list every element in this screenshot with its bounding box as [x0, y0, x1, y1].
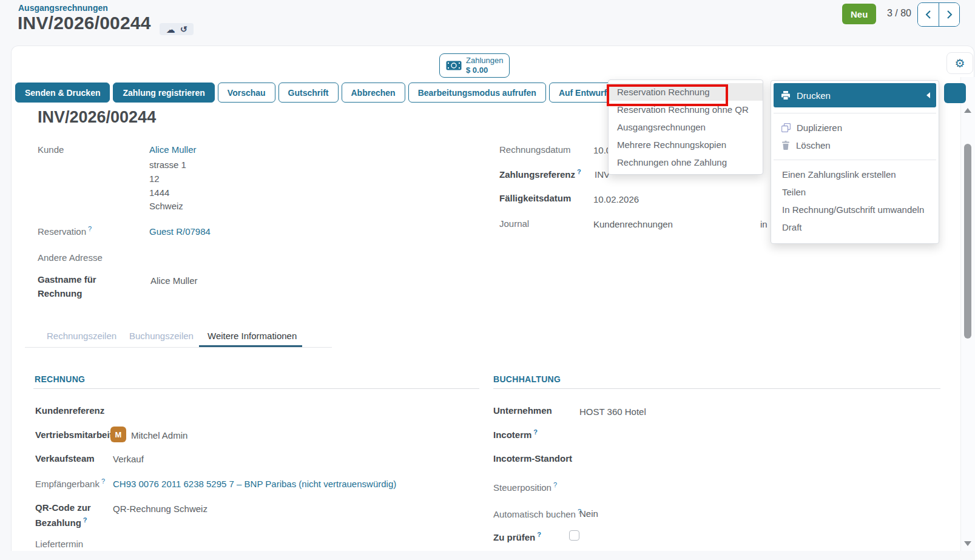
field-value-reservation-link[interactable]: Guest R/07984: [149, 226, 211, 237]
address-line: 12: [149, 174, 160, 184]
tab-rechnungszeilen[interactable]: Rechnungszeilen: [47, 331, 116, 341]
credit-note-button[interactable]: Gutschrift: [278, 83, 339, 103]
menu-item-rechnungen-ohne-zahlung[interactable]: Rechnungen ohne Zahlung: [609, 153, 763, 171]
settings-button[interactable]: ⚙: [946, 52, 973, 74]
field-label-kundenreferenz: Kundenreferenz: [35, 405, 104, 416]
field-value-verkaufsteam: Verkauf: [113, 454, 144, 464]
scrollbar-thumb[interactable]: [964, 144, 971, 339]
edit-mode-button[interactable]: Bearbeitungsmodus aufrufen: [408, 83, 546, 103]
menu-item-reservation-rechnung[interactable]: Reservation Rechnung: [609, 83, 763, 101]
printer-icon: [781, 91, 791, 100]
field-label-reservation: Reservation?: [38, 225, 92, 237]
help-icon[interactable]: ?: [537, 531, 541, 538]
next-record-button[interactable]: [939, 3, 959, 26]
record-pager: 3 / 80: [881, 8, 917, 19]
active-tab-underline: [199, 345, 302, 347]
preview-button[interactable]: Vorschau: [218, 83, 275, 103]
trash-icon: [781, 141, 790, 150]
field-value-faelligkeitsdatum: 10.02.2026: [593, 194, 639, 204]
register-payment-button[interactable]: Zahlung registrieren: [113, 83, 214, 103]
banknote-icon: [446, 61, 462, 70]
section-divider: [493, 388, 940, 389]
section-title-rechnung: RECHNUNG: [35, 374, 85, 384]
field-value-journal-suffix: in: [760, 219, 768, 229]
menu-item-umwandeln[interactable]: In Rechnung/Gutschrift umwandeln: [774, 201, 936, 218]
field-label-zahlungsreferenz: Zahlungsreferenz?: [499, 168, 581, 180]
chevron-right-icon: [946, 10, 953, 19]
menu-divider: [774, 113, 936, 113]
scroll-up-arrow[interactable]: [964, 108, 971, 113]
action-toolbar: Senden & Drucken Zahlung registrieren Vo…: [15, 83, 640, 103]
record-status-icons: ☁↑ ↺: [160, 23, 194, 35]
section-title-buchhaltung: BUCHHALTUNG: [493, 374, 561, 384]
field-value-unternehmen: HOST 360 Hotel: [579, 407, 646, 417]
help-icon[interactable]: ?: [533, 428, 538, 436]
gear-icon: ⚙: [954, 58, 965, 69]
undo-icon[interactable]: ↺: [180, 25, 187, 33]
tab-bar-border: [25, 347, 332, 348]
field-label-steuerposition: Steuerposition?: [493, 481, 557, 493]
field-label-rechnungsdatum: Rechnungsdatum: [499, 144, 571, 155]
menu-item-mehrere-rechnungskopien[interactable]: Mehrere Rechnungskopien: [609, 136, 763, 153]
field-label-gastname: Gastname für: [38, 274, 96, 285]
field-label-qr-code-line2: Bezahlung?: [35, 516, 87, 528]
help-icon[interactable]: ?: [88, 225, 92, 232]
help-icon[interactable]: ?: [553, 481, 557, 488]
cancel-button[interactable]: Abbrechen: [342, 83, 405, 103]
submenu-arrow-icon: [926, 92, 930, 98]
menu-item-drucken[interactable]: Drucken: [774, 83, 936, 107]
chevron-left-icon: [925, 10, 932, 19]
field-value-qr-code: QR-Rechnung Schweiz: [113, 504, 207, 514]
menu-item-loeschen[interactable]: Löschen: [774, 137, 936, 154]
cloud-save-icon[interactable]: ☁↑: [166, 25, 175, 34]
breadcrumb[interactable]: Ausgangsrechnungen: [18, 3, 108, 13]
menu-divider: [774, 160, 936, 160]
document-name: INV/2026/00244: [38, 108, 156, 127]
menu-item-duplizieren[interactable]: Duplizieren: [774, 119, 936, 137]
field-value-gastname: Alice Muller: [150, 275, 198, 286]
field-label-empfaengerbank: Empfängerbank?: [35, 477, 105, 489]
send-print-button[interactable]: Senden & Drucken: [15, 83, 110, 103]
payments-stat-button[interactable]: Zahlungen $ 0.00: [439, 53, 510, 78]
new-button[interactable]: Neu: [842, 4, 876, 24]
invoice-form-page: Ausgangsrechnungen INV/2026/00244 ☁↑ ↺ N…: [0, 0, 975, 560]
field-label-automatisch-buchen: Automatisch buchen?: [493, 508, 581, 519]
field-label-kunde: Kunde: [38, 144, 64, 155]
address-line: 1444: [149, 187, 169, 198]
field-value-empfaengerbank-link[interactable]: CH93 0076 2011 6238 5295 7 – BNP Paribas…: [113, 479, 396, 489]
duplicate-icon: [781, 123, 791, 132]
page-title: INV/2026/00244: [18, 13, 151, 33]
field-label-faelligkeitsdatum: Fälligkeitsdatum: [499, 193, 571, 203]
field-label-gastname-line2: Rechnung: [38, 288, 82, 299]
field-label-unternehmen: Unternehmen: [493, 405, 552, 416]
payments-label: Zahlungen: [466, 56, 503, 66]
menu-item-teilen[interactable]: Teilen: [774, 183, 936, 201]
field-label-incoterm-standort: Incoterm-Standort: [493, 453, 572, 464]
avatar: M: [110, 427, 126, 442]
menu-item-ausgangsrechnungen[interactable]: Ausgangsrechnungen: [609, 118, 763, 136]
zu-pruefen-checkbox[interactable]: [569, 530, 579, 541]
help-icon[interactable]: ?: [101, 477, 105, 485]
more-actions-button-partial[interactable]: [944, 83, 966, 103]
help-icon[interactable]: ?: [577, 168, 581, 175]
field-value-kunde-link[interactable]: Alice Muller: [149, 144, 197, 155]
scroll-down-arrow[interactable]: [964, 541, 971, 546]
field-value-vertriebsmitarbeiter: Mitchel Admin: [131, 430, 187, 440]
field-label-vertriebsmitarbeiter: Vertriebsmitarbeiter: [35, 430, 121, 440]
field-label-journal: Journal: [499, 218, 529, 229]
menu-item-reservation-rechnung-ohne-qr[interactable]: Reservation Rechnung ohne QR: [609, 101, 763, 118]
field-value-journal: Kundenrechnungen: [593, 219, 673, 229]
menu-item-draft[interactable]: Draft: [774, 218, 936, 236]
tab-weitere-informationen[interactable]: Weitere Informationen: [207, 331, 297, 341]
payments-amount: $ 0.00: [466, 66, 488, 75]
tab-buchungszeilen[interactable]: Buchungszeilen: [129, 331, 194, 341]
field-label-liefertermin: Liefertermin: [35, 539, 83, 549]
field-label-zu-pruefen: Zu prüfen?: [493, 531, 541, 542]
section-divider: [33, 388, 479, 389]
field-label-verkaufsteam: Verkaufsteam: [35, 453, 95, 464]
prev-record-button[interactable]: [918, 3, 939, 26]
help-icon[interactable]: ?: [83, 516, 87, 524]
field-label-qr-code: QR-Code zur: [35, 502, 91, 513]
menu-item-zahlungslink[interactable]: Einen Zahlungslink erstellen: [774, 166, 936, 183]
print-dropdown-menu: Reservation Rechnung Reservation Rechnun…: [608, 79, 763, 175]
